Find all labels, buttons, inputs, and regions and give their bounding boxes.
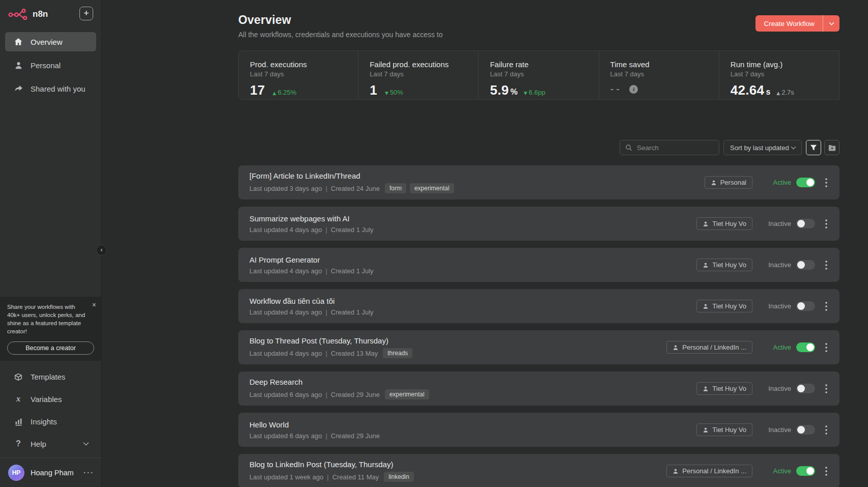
search-input[interactable] <box>637 144 714 152</box>
chevron-down-icon <box>791 146 796 150</box>
filter-button[interactable] <box>806 140 821 155</box>
workflow-tag[interactable]: experimental <box>385 389 429 399</box>
sidebar-item-variables[interactable]: x Variables <box>5 390 96 408</box>
create-workflow-dropdown-button[interactable] <box>823 15 839 32</box>
stat-value-row: -- i <box>610 82 708 96</box>
owner-badge: Tiet Huy Vo <box>696 423 752 436</box>
active-toggle[interactable] <box>796 466 815 476</box>
chevron-down-icon <box>83 442 89 446</box>
user-options-icon[interactable]: ··· <box>83 468 94 477</box>
workflow-card[interactable]: [Form] Article to LinkedIn/Thread Last u… <box>238 165 839 199</box>
workflow-updated: Last updated 6 days ago <box>249 391 322 398</box>
user-icon <box>13 60 23 70</box>
workflow-card[interactable]: Summarize webpages with AI Last updated … <box>238 207 839 241</box>
become-a-creator-button[interactable]: Become a creator <box>7 341 94 355</box>
sidebar-item-insights[interactable]: Insights <box>5 413 96 430</box>
active-toggle[interactable] <box>796 301 815 311</box>
sidebar-item-overview[interactable]: Overview <box>5 32 96 51</box>
workflow-info: Deep Research Last updated 6 days ago | … <box>249 378 429 399</box>
owner-badge: Tiet Huy Vo <box>696 300 752 312</box>
workflow-info: Blog to LinkedIn Post (Tuesday, Thursday… <box>249 460 414 482</box>
stat-period: Last 7 days <box>490 70 587 78</box>
workflow-options-icon[interactable] <box>824 382 828 395</box>
stat-period: Last 7 days <box>610 70 708 78</box>
active-toggle[interactable] <box>796 342 815 352</box>
workflow-options-icon[interactable] <box>824 176 828 189</box>
workflow-tag[interactable]: form <box>385 183 406 193</box>
active-toggle[interactable] <box>796 425 815 435</box>
add-folder-button[interactable] <box>824 140 839 155</box>
sidebar-item-label: Variables <box>31 395 62 404</box>
close-icon[interactable]: × <box>92 301 96 309</box>
tab[interactable] <box>279 126 281 133</box>
toggle-knob <box>806 467 814 475</box>
workflow-meta: Last updated 1 week ago | Created 11 May… <box>249 472 414 482</box>
active-toggle[interactable] <box>796 219 815 228</box>
stat-delta: ▼ 50% <box>385 89 403 96</box>
workflow-meta: Last updated 6 days ago | Created 29 Jun… <box>249 389 429 399</box>
bar-chart-icon <box>13 416 23 426</box>
sidebar-item-help[interactable]: ? Help <box>5 435 96 452</box>
workflow-card[interactable]: Hello World Last updated 6 days ago | Cr… <box>238 413 839 447</box>
workflow-created: Created 29 June <box>331 391 380 398</box>
workflow-card[interactable]: Workflow đầu tiên của tôi Last updated 4… <box>238 289 839 323</box>
create-workflow-button[interactable]: Create Workflow <box>755 15 823 32</box>
owner-name: Tiet Huy Vo <box>712 261 746 269</box>
workflow-options-icon[interactable] <box>824 259 828 272</box>
sort-dropdown[interactable]: Sort by last updated <box>723 140 802 155</box>
add-workflow-button[interactable]: + <box>79 7 93 20</box>
avatar: HP <box>8 465 24 481</box>
user-icon <box>703 262 709 268</box>
search-box <box>620 140 719 155</box>
tab[interactable] <box>259 126 261 133</box>
workflow-created: Created 13 May <box>331 350 378 357</box>
tab[interactable] <box>238 126 240 133</box>
sidebar-item-personal[interactable]: Personal <box>5 55 96 75</box>
workflow-options-icon[interactable] <box>824 300 828 313</box>
workflow-tags: formexperimental <box>385 183 454 193</box>
stat-value: -- <box>610 82 622 96</box>
workflow-tag[interactable]: threads <box>383 348 412 358</box>
stat-unit: s <box>766 88 770 97</box>
meta-separator: | <box>325 308 327 316</box>
sidebar-nav-top: Overview Personal Shared with you <box>0 28 101 102</box>
info-icon[interactable]: i <box>629 85 638 94</box>
stat-card: Time saved Last 7 days -- i <box>599 50 719 100</box>
sidebar-item-templates[interactable]: Templates <box>5 368 96 385</box>
meta-separator: | <box>325 267 327 275</box>
sidebar-item-label: Personal <box>31 61 61 70</box>
owner-name: Tiet Huy Vo <box>712 302 746 310</box>
workflow-card[interactable]: AI Prompt Generator Last updated 4 days … <box>238 248 839 282</box>
workflow-meta: Last updated 3 days ago | Created 24 Jun… <box>249 183 454 193</box>
workflow-tag[interactable]: linkedin <box>384 472 414 482</box>
stats-row: Prod. executions Last 7 days 17 ▲ 6.25% … <box>238 50 839 100</box>
toggle-knob <box>797 385 805 392</box>
stat-value: 17 <box>250 82 265 98</box>
funnel-icon <box>810 145 817 151</box>
active-toggle[interactable] <box>796 178 815 187</box>
workflow-options-icon[interactable] <box>824 341 828 354</box>
owner-badge: Personal <box>705 176 752 189</box>
workflow-options-icon[interactable] <box>824 423 828 437</box>
search-icon <box>625 144 632 151</box>
workflow-card[interactable]: Blog to Thread Post (Tuesday, Thursday) … <box>238 330 839 364</box>
user-menu-row[interactable]: HP Hoang Pham ··· <box>0 457 101 487</box>
active-toggle[interactable] <box>796 384 815 393</box>
sidebar-collapse-button[interactable]: ‹ <box>96 245 107 255</box>
owner-badge: Tiet Huy Vo <box>696 382 752 395</box>
workflow-created: Created 1 July <box>331 308 374 316</box>
toggle-knob <box>797 426 805 434</box>
workflow-card[interactable]: Deep Research Last updated 6 days ago | … <box>238 371 839 406</box>
sidebar-item-shared-with-you[interactable]: Shared with you <box>5 79 96 98</box>
workflow-options-icon[interactable] <box>824 217 828 231</box>
stat-value-row: 17 ▲ 6.25% <box>250 82 347 98</box>
logo-row: n8n + <box>0 0 101 28</box>
workflow-card[interactable]: Blog to LinkedIn Post (Tuesday, Thursday… <box>238 454 839 487</box>
active-toggle[interactable] <box>796 260 815 270</box>
workflow-tag[interactable]: experimental <box>410 183 454 193</box>
sort-label: Sort by last updated <box>730 144 789 152</box>
status-label: Inactive <box>764 302 791 310</box>
workflow-options-icon[interactable] <box>824 465 828 478</box>
workflow-actions: Tiet Huy Vo Inactive <box>696 300 828 313</box>
user-icon <box>711 180 717 186</box>
